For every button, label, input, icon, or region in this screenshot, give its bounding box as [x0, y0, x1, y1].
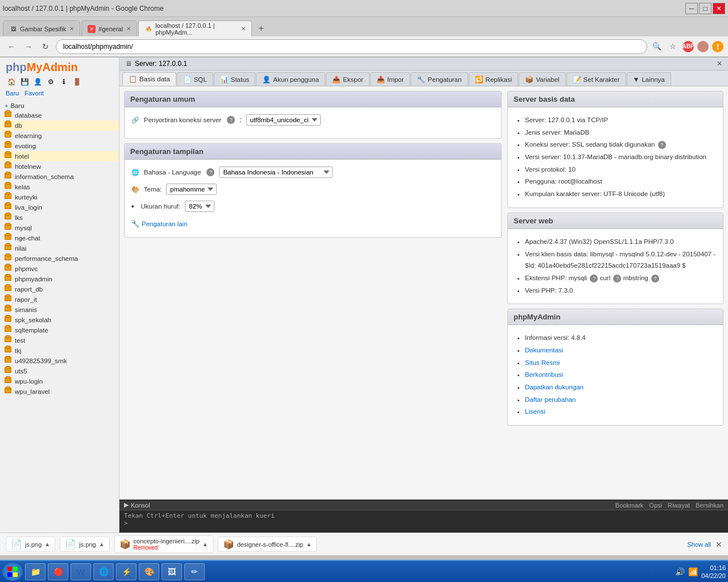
- taskbar-app-explorer[interactable]: 📁: [25, 563, 46, 580]
- show-all-button[interactable]: Show all: [687, 541, 711, 548]
- db-item-elearning[interactable]: elearning: [0, 131, 119, 141]
- link-situs-resmi[interactable]: Situs Resmi: [525, 357, 716, 369]
- exit-icon[interactable]: 🚪: [71, 76, 82, 88]
- opsi-action[interactable]: Opsi: [649, 502, 662, 509]
- mbstring-info-icon[interactable]: ?: [651, 275, 659, 282]
- server-icon[interactable]: 💾: [19, 76, 30, 88]
- favorites-link[interactable]: Favorit: [24, 90, 44, 97]
- db-item-mysql[interactable]: mysql: [0, 223, 119, 233]
- info-icon[interactable]: ℹ: [58, 76, 69, 88]
- db-item-kelas[interactable]: kelas: [0, 182, 119, 192]
- lisensi-link[interactable]: Lisensi: [525, 408, 545, 415]
- browser-tab-3[interactable]: 🔥 localhost / 127.0.0.1 | phpMyAdm... ✕: [138, 20, 252, 36]
- home-icon[interactable]: 🏠: [6, 76, 17, 88]
- link-dukungan[interactable]: Dapatkan dukungan: [525, 381, 716, 393]
- nav-tab-variabel[interactable]: 📦 Variabel: [519, 72, 565, 86]
- taskbar-app-paint[interactable]: ✏: [184, 563, 205, 580]
- dokumentasi-link[interactable]: Dokumentasi: [525, 347, 563, 354]
- nav-tab-impor[interactable]: 📥 Impor: [370, 72, 410, 86]
- browser-tab-2[interactable]: # #general ✕: [81, 20, 137, 36]
- db-item-db[interactable]: db: [0, 120, 119, 131]
- download4-arrow[interactable]: ▲: [306, 541, 312, 547]
- settings-icon[interactable]: ⚙: [45, 76, 56, 88]
- download2-arrow[interactable]: ▲: [99, 541, 105, 547]
- new-link[interactable]: Baru: [6, 90, 19, 97]
- taskbar-app-word[interactable]: W: [71, 563, 91, 580]
- address-input[interactable]: localhost/phpmyadmin/: [56, 39, 647, 54]
- link-lisensi[interactable]: Lisensi: [525, 406, 716, 418]
- db-item-liva-login[interactable]: liva_login: [0, 202, 119, 213]
- alert-icon[interactable]: !: [712, 41, 723, 52]
- db-item-nge-chat[interactable]: nge-chat: [0, 233, 119, 243]
- nav-tab-set-karakter[interactable]: 📝 Set Karakter: [566, 72, 626, 86]
- db-item-hotel[interactable]: hotel: [0, 151, 119, 161]
- server-close-icon[interactable]: ✕: [717, 60, 722, 68]
- db-item-kurteyki[interactable]: kurteyki: [0, 192, 119, 202]
- db-item-phpmyadmin[interactable]: phpmyadmin: [0, 274, 119, 284]
- link-perubahan[interactable]: Daftar perubahan: [525, 394, 716, 406]
- taskbar-app-illustrator[interactable]: ⚡: [116, 563, 136, 580]
- volume-icon[interactable]: 📶: [688, 567, 698, 576]
- maximize-button[interactable]: □: [699, 3, 712, 14]
- db-item-phpmvc[interactable]: phpmvc: [0, 264, 119, 274]
- nav-tab-status[interactable]: 📊 Status: [214, 72, 256, 86]
- start-button[interactable]: [2, 563, 23, 581]
- network-icon[interactable]: 🔊: [675, 567, 685, 576]
- back-button[interactable]: ←: [5, 40, 18, 53]
- profile-icon[interactable]: [697, 41, 709, 52]
- download-item-3[interactable]: 📦 concepto-ingenieri....zip Removed ▲: [114, 535, 213, 553]
- reload-button[interactable]: ↻: [39, 40, 52, 53]
- db-item-wpu-laravel[interactable]: wpu_laravel: [0, 386, 119, 397]
- download-item-1[interactable]: 📄 js.png ▲: [6, 537, 55, 552]
- bookmark-action[interactable]: Bookmark: [615, 502, 644, 509]
- berkontribusi-link[interactable]: Berkontribusi: [525, 371, 563, 378]
- download-item-2[interactable]: 📄 js.png ▲: [60, 537, 109, 552]
- db-item-baru[interactable]: + Baru: [0, 101, 119, 110]
- user-icon[interactable]: 👤: [32, 76, 43, 88]
- tab3-close[interactable]: ✕: [241, 26, 246, 32]
- theme-select[interactable]: pmahomme: [166, 184, 217, 195]
- db-item-sqltemplate[interactable]: sqltemplate: [0, 325, 119, 335]
- db-item-evoting[interactable]: evoting: [0, 141, 119, 151]
- connection-select[interactable]: utf8mb4_unicode_ci: [246, 114, 321, 126]
- perubahan-link[interactable]: Daftar perubahan: [525, 396, 576, 403]
- db-item-information-schema[interactable]: information_schema: [0, 172, 119, 182]
- taskbar-app-xampp[interactable]: 🔴: [48, 563, 68, 580]
- nav-tab-replikasi[interactable]: 🔁 Replikasi: [469, 72, 519, 86]
- tab2-close[interactable]: ✕: [126, 26, 131, 32]
- ssl-info-icon[interactable]: ?: [658, 141, 666, 149]
- situs-resmi-link[interactable]: Situs Resmi: [525, 359, 560, 366]
- link-dokumentasi[interactable]: Dokumentasi: [525, 344, 716, 356]
- language-info-icon[interactable]: ?: [206, 168, 214, 176]
- tab1-close[interactable]: ✕: [69, 26, 74, 32]
- nav-tab-lainnya[interactable]: ▼ Lainnya: [627, 72, 671, 86]
- riwayat-action[interactable]: Riwayat: [668, 502, 690, 509]
- nav-tab-pengaturan[interactable]: 🔧 Pengaturan: [411, 72, 468, 86]
- bersihkan-action[interactable]: Bersihkan: [696, 502, 723, 509]
- db-item-simanis[interactable]: simanis: [0, 305, 119, 315]
- db-item-hotelnew[interactable]: hotelnew: [0, 161, 119, 172]
- db-item-database[interactable]: database: [0, 110, 119, 120]
- taskbar-app-sublime[interactable]: 🎨: [139, 563, 159, 580]
- db-item-wpu-login[interactable]: wpu-login: [0, 376, 119, 386]
- db-item-performance-schema[interactable]: performance_schema: [0, 253, 119, 264]
- taskbar-app-images[interactable]: 🖼: [162, 563, 182, 580]
- connection-info-icon[interactable]: ?: [227, 116, 235, 124]
- db-item-spk-sekolah[interactable]: spk_sekolah: [0, 315, 119, 325]
- language-select[interactable]: Bahasa Indonesia - Indonesian: [219, 167, 333, 178]
- db-item-u492[interactable]: u492825399_smk: [0, 356, 119, 366]
- nav-tab-basis-data[interactable]: 📋 Basis data: [122, 72, 176, 86]
- close-downloads-button[interactable]: ✕: [715, 540, 722, 549]
- browser-tab-1[interactable]: 🖼 Gambar Spesifik ✕: [3, 20, 80, 36]
- star-icon[interactable]: ☆: [667, 40, 679, 53]
- link-berkontribusi[interactable]: Berkontribusi: [525, 369, 716, 381]
- search-icon[interactable]: 🔍: [651, 40, 663, 53]
- db-item-rapor-it[interactable]: rapor_it: [0, 294, 119, 305]
- db-item-lks[interactable]: lks: [0, 213, 119, 223]
- dukungan-link[interactable]: Dapatkan dukungan: [525, 384, 584, 390]
- download-item-4[interactable]: 📦 designer-s-office-fl....zip ▲: [218, 537, 317, 552]
- font-select[interactable]: 82%: [185, 201, 214, 212]
- db-item-nilai[interactable]: nilai: [0, 243, 119, 253]
- nav-tab-sql[interactable]: 📄 SQL: [177, 72, 213, 86]
- adblock-icon[interactable]: ABP: [682, 41, 694, 52]
